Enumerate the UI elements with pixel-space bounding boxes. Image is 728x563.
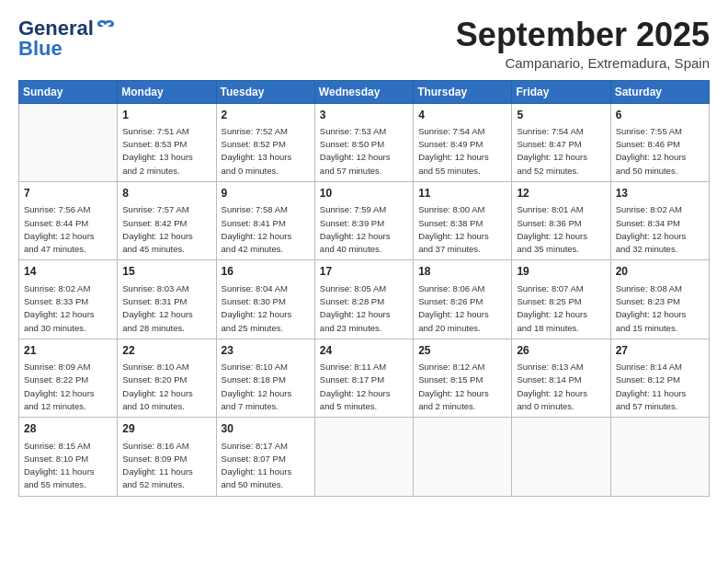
day-info: Sunrise: 8:02 AMSunset: 8:34 PMDaylight:…	[616, 203, 704, 256]
table-row: 14Sunrise: 8:02 AMSunset: 8:33 PMDayligh…	[19, 260, 118, 339]
table-row: 8Sunrise: 7:57 AMSunset: 8:42 PMDaylight…	[118, 181, 216, 259]
table-row: 15Sunrise: 8:03 AMSunset: 8:31 PMDayligh…	[118, 260, 216, 339]
day-info: Sunrise: 7:54 AMSunset: 8:49 PMDaylight:…	[418, 125, 506, 178]
table-row	[414, 418, 512, 496]
day-info: Sunrise: 8:07 AMSunset: 8:25 PMDaylight:…	[517, 282, 605, 335]
header-thursday: Thursday	[414, 80, 512, 103]
day-number: 20	[616, 264, 704, 280]
day-number: 5	[517, 108, 605, 123]
header-tuesday: Tuesday	[216, 80, 314, 103]
day-info: Sunrise: 7:56 AMSunset: 8:44 PMDaylight:…	[24, 203, 112, 256]
table-row: 27Sunrise: 8:14 AMSunset: 8:12 PMDayligh…	[610, 339, 709, 417]
day-number: 21	[24, 343, 112, 359]
day-number: 12	[517, 186, 605, 201]
day-number: 6	[616, 108, 704, 123]
table-row: 18Sunrise: 8:06 AMSunset: 8:26 PMDayligh…	[414, 260, 512, 339]
day-number: 27	[616, 343, 704, 359]
table-row: 20Sunrise: 8:08 AMSunset: 8:23 PMDayligh…	[610, 260, 709, 339]
month-title: September 2025	[456, 17, 710, 53]
day-info: Sunrise: 8:11 AMSunset: 8:17 PMDaylight:…	[320, 361, 408, 413]
table-row: 28Sunrise: 8:15 AMSunset: 8:10 PMDayligh…	[19, 418, 118, 496]
logo: General Blue	[18, 17, 116, 61]
day-info: Sunrise: 8:06 AMSunset: 8:26 PMDaylight:…	[418, 282, 506, 335]
title-block: September 2025 Campanario, Extremadura, …	[456, 17, 710, 71]
day-info: Sunrise: 8:09 AMSunset: 8:22 PMDaylight:…	[24, 361, 112, 413]
day-number: 17	[320, 264, 408, 280]
table-row: 1Sunrise: 7:51 AMSunset: 8:53 PMDaylight…	[118, 103, 216, 181]
table-row: 16Sunrise: 8:04 AMSunset: 8:30 PMDayligh…	[216, 260, 314, 339]
table-row: 10Sunrise: 7:59 AMSunset: 8:39 PMDayligh…	[314, 181, 413, 259]
table-row: 7Sunrise: 7:56 AMSunset: 8:44 PMDaylight…	[19, 181, 118, 259]
table-row: 9Sunrise: 7:58 AMSunset: 8:41 PMDaylight…	[216, 181, 314, 259]
day-info: Sunrise: 8:16 AMSunset: 8:09 PMDaylight:…	[122, 440, 210, 492]
table-row: 24Sunrise: 8:11 AMSunset: 8:17 PMDayligh…	[314, 339, 413, 417]
day-number: 13	[616, 186, 704, 201]
day-number: 2	[222, 108, 310, 123]
day-number: 10	[320, 186, 408, 201]
calendar-table: Sunday Monday Tuesday Wednesday Thursday…	[18, 80, 710, 497]
header: General Blue September 2025 Campanario, …	[18, 17, 710, 71]
day-info: Sunrise: 8:08 AMSunset: 8:23 PMDaylight:…	[616, 282, 704, 335]
day-number: 7	[24, 186, 112, 201]
logo-bird-icon	[96, 17, 116, 38]
day-info: Sunrise: 7:54 AMSunset: 8:47 PMDaylight:…	[517, 125, 605, 178]
day-number: 8	[122, 186, 210, 201]
day-info: Sunrise: 8:10 AMSunset: 8:18 PMDaylight:…	[222, 361, 310, 413]
day-info: Sunrise: 7:58 AMSunset: 8:41 PMDaylight:…	[222, 203, 310, 256]
day-number: 15	[122, 264, 210, 280]
day-info: Sunrise: 8:14 AMSunset: 8:12 PMDaylight:…	[616, 361, 704, 413]
table-row: 29Sunrise: 8:16 AMSunset: 8:09 PMDayligh…	[118, 418, 216, 496]
table-row: 22Sunrise: 8:10 AMSunset: 8:20 PMDayligh…	[118, 339, 216, 417]
table-row: 6Sunrise: 7:55 AMSunset: 8:46 PMDaylight…	[610, 103, 709, 181]
day-number: 22	[122, 343, 210, 359]
day-number: 19	[517, 264, 605, 280]
day-number: 23	[222, 343, 310, 359]
table-row	[19, 103, 118, 181]
day-info: Sunrise: 8:05 AMSunset: 8:28 PMDaylight:…	[320, 282, 408, 335]
table-row: 2Sunrise: 7:52 AMSunset: 8:52 PMDaylight…	[216, 103, 314, 181]
day-info: Sunrise: 8:13 AMSunset: 8:14 PMDaylight:…	[517, 361, 605, 413]
table-row	[314, 418, 413, 496]
header-sunday: Sunday	[19, 80, 118, 103]
day-info: Sunrise: 7:57 AMSunset: 8:42 PMDaylight:…	[122, 203, 210, 256]
day-number: 30	[222, 421, 310, 437]
table-row: 30Sunrise: 8:17 AMSunset: 8:07 PMDayligh…	[216, 418, 314, 496]
day-info: Sunrise: 8:04 AMSunset: 8:30 PMDaylight:…	[222, 282, 310, 335]
header-wednesday: Wednesday	[314, 80, 413, 103]
table-row	[610, 418, 709, 496]
day-number: 16	[222, 264, 310, 280]
day-info: Sunrise: 8:15 AMSunset: 8:10 PMDaylight:…	[24, 440, 112, 492]
day-number: 4	[418, 108, 506, 123]
day-number: 26	[517, 343, 605, 359]
table-row: 3Sunrise: 7:53 AMSunset: 8:50 PMDaylight…	[314, 103, 413, 181]
header-saturday: Saturday	[610, 80, 709, 103]
day-number: 3	[320, 108, 408, 123]
table-row: 25Sunrise: 8:12 AMSunset: 8:15 PMDayligh…	[414, 339, 512, 417]
day-info: Sunrise: 7:55 AMSunset: 8:46 PMDaylight:…	[616, 125, 704, 178]
day-number: 25	[418, 343, 506, 359]
day-info: Sunrise: 7:59 AMSunset: 8:39 PMDaylight:…	[320, 203, 408, 256]
header-friday: Friday	[512, 80, 610, 103]
day-info: Sunrise: 8:10 AMSunset: 8:20 PMDaylight:…	[122, 361, 210, 413]
day-number: 11	[418, 186, 506, 201]
day-info: Sunrise: 8:01 AMSunset: 8:36 PMDaylight:…	[517, 203, 605, 256]
day-info: Sunrise: 8:00 AMSunset: 8:38 PMDaylight:…	[418, 203, 506, 256]
day-number: 28	[24, 421, 112, 437]
page: General Blue September 2025 Campanario, …	[0, 0, 728, 563]
day-number: 18	[418, 264, 506, 280]
table-row: 12Sunrise: 8:01 AMSunset: 8:36 PMDayligh…	[512, 181, 610, 259]
table-row: 17Sunrise: 8:05 AMSunset: 8:28 PMDayligh…	[314, 260, 413, 339]
day-info: Sunrise: 8:12 AMSunset: 8:15 PMDaylight:…	[418, 361, 506, 413]
day-number: 24	[320, 343, 408, 359]
day-number: 1	[122, 108, 210, 123]
day-info: Sunrise: 8:02 AMSunset: 8:33 PMDaylight:…	[24, 282, 112, 335]
logo-blue: Blue	[18, 37, 63, 61]
table-row: 19Sunrise: 8:07 AMSunset: 8:25 PMDayligh…	[512, 260, 610, 339]
table-row: 13Sunrise: 8:02 AMSunset: 8:34 PMDayligh…	[610, 181, 709, 259]
day-info: Sunrise: 7:51 AMSunset: 8:53 PMDaylight:…	[122, 125, 210, 178]
table-row	[512, 418, 610, 496]
table-row: 5Sunrise: 7:54 AMSunset: 8:47 PMDaylight…	[512, 103, 610, 181]
day-info: Sunrise: 8:03 AMSunset: 8:31 PMDaylight:…	[122, 282, 210, 335]
calendar-header-row: Sunday Monday Tuesday Wednesday Thursday…	[19, 80, 710, 103]
table-row: 11Sunrise: 8:00 AMSunset: 8:38 PMDayligh…	[414, 181, 512, 259]
